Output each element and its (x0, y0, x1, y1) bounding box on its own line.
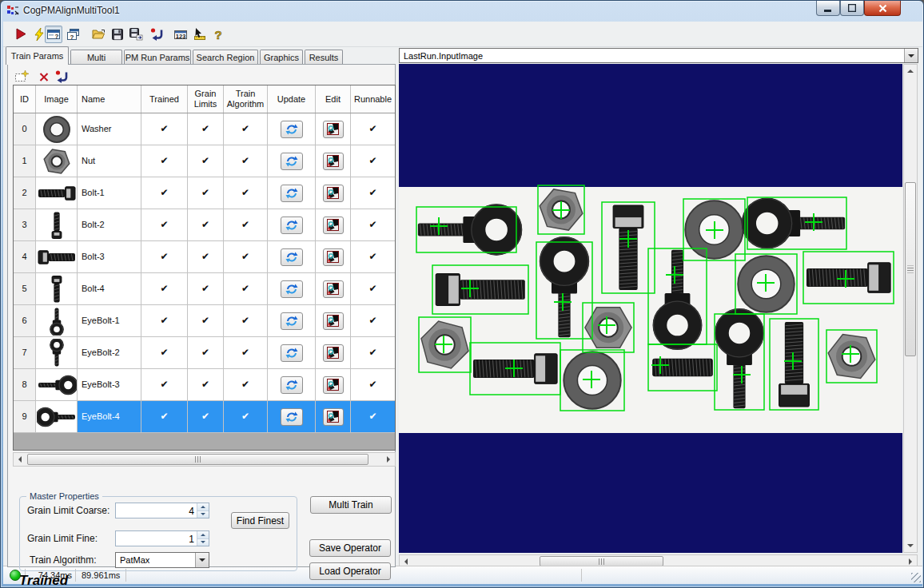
cell-id: 6 (14, 305, 36, 336)
edit-pattern-button[interactable] (323, 248, 344, 266)
table-row-bolt-4[interactable]: 5Bolt-4✔✔✔✔ (14, 273, 395, 305)
combo-dropdown-button[interactable] (195, 553, 209, 567)
tab-results[interactable]: Results (305, 50, 343, 65)
run-icon[interactable] (12, 26, 30, 43)
update-button[interactable] (281, 376, 303, 394)
table-row-eyebolt-1[interactable]: 6EyeBolt-1✔✔✔✔ (14, 305, 395, 337)
spin-up-button[interactable] (197, 503, 209, 511)
edit-pattern-button[interactable] (323, 408, 344, 426)
edit-pattern-button[interactable] (323, 217, 344, 234)
cell-grain-limits: ✔ (188, 369, 224, 400)
table-row-bolt-1[interactable]: 2Bolt-1✔✔✔✔ (14, 177, 395, 209)
tab-search-region[interactable]: Search Region (193, 50, 258, 65)
cell-edit (316, 145, 351, 177)
tab-pm-run-params[interactable]: PM Run Params (124, 50, 191, 65)
tab-graphics[interactable]: Graphics (260, 50, 303, 65)
multi-train-button[interactable]: Multi Train (310, 496, 392, 514)
table-row-eyebolt-2[interactable]: 7EyeBolt-2✔✔✔✔ (14, 337, 395, 369)
cell-runnable: ✔ (351, 337, 396, 368)
image-display-viewport[interactable] (399, 64, 902, 553)
cell-train-algorithm: ✔ (224, 241, 268, 272)
save-as-icon[interactable] (127, 26, 145, 43)
update-button[interactable] (281, 312, 303, 330)
scroll-right-arrow[interactable] (382, 453, 395, 466)
open-icon[interactable] (90, 26, 107, 43)
find-finest-button[interactable]: Find Finest (231, 512, 289, 529)
table-row-bolt-3[interactable]: 4Bolt-3✔✔✔✔ (14, 241, 395, 273)
load-operator-button[interactable]: Load Operator (309, 562, 391, 580)
spin-down-button[interactable] (197, 539, 209, 546)
spin-down-button[interactable] (197, 511, 209, 518)
cell-update (268, 113, 316, 145)
grain-limit-fine-spinner[interactable]: 1 (115, 530, 209, 546)
show-image-display-icon[interactable]: ? (45, 26, 62, 43)
update-button[interactable] (281, 408, 303, 426)
display-record-selector[interactable]: LastRun.InputImage (399, 48, 918, 63)
inspection-image (399, 64, 902, 553)
update-button[interactable] (281, 185, 303, 202)
edit-pattern-button[interactable] (323, 153, 344, 170)
cell-trained: ✔ (141, 113, 188, 145)
update-button[interactable] (281, 344, 303, 362)
cell-runnable: ✔ (351, 401, 396, 432)
update-button[interactable] (281, 280, 303, 298)
update-button[interactable] (281, 217, 303, 234)
cell-pattern-image (36, 145, 78, 177)
tab-train-params[interactable]: Train Params (6, 46, 69, 65)
scroll-left-arrow[interactable] (14, 453, 26, 466)
minimize-button[interactable] (816, 1, 840, 16)
update-button[interactable] (281, 153, 303, 170)
column-header-edit: Edit (316, 85, 351, 113)
save-operator-button[interactable]: Save Operator (309, 539, 391, 557)
image-vertical-scrollbar[interactable] (903, 64, 918, 553)
train-algorithm-combo[interactable]: PatMax (115, 552, 209, 568)
help-icon[interactable]: ? (209, 26, 227, 43)
cell-trained: ✔ (141, 305, 188, 336)
scroll-down-arrow[interactable] (904, 539, 917, 552)
train-algorithm-value: PatMax (116, 553, 195, 567)
reset-icon[interactable] (148, 26, 165, 43)
table-row-eyebolt-3[interactable]: 8EyeBolt-3✔✔✔✔ (14, 369, 395, 401)
edit-pattern-button[interactable] (323, 280, 344, 298)
cell-id: 2 (14, 177, 36, 209)
scroll-thumb[interactable] (905, 182, 916, 356)
cell-name: Nut (78, 145, 141, 177)
cell-edit (316, 401, 351, 432)
coordinates-icon[interactable] (190, 26, 208, 43)
scroll-thumb[interactable] (27, 454, 368, 465)
edit-pattern-button[interactable] (323, 344, 344, 362)
reset-patterns-icon[interactable] (54, 70, 69, 84)
spin-up-button[interactable] (197, 531, 209, 539)
grain-limit-coarse-value[interactable]: 4 (116, 503, 197, 518)
combo-dropdown-button[interactable] (904, 49, 918, 62)
table-horizontal-scrollbar[interactable] (13, 452, 396, 467)
table-row-bolt-2[interactable]: 3Bolt-2✔✔✔✔ (14, 209, 395, 241)
table-row-eyebolt-4[interactable]: 9EyeBolt-4✔✔✔✔ (14, 401, 395, 433)
svg-text:123: 123 (176, 33, 186, 40)
edit-pattern-button[interactable] (323, 312, 344, 330)
resize-grip[interactable] (911, 573, 921, 582)
edit-pattern-button[interactable] (323, 185, 344, 202)
floating-image-display-icon[interactable]: ? (64, 26, 82, 43)
table-row-nut[interactable]: 1Nut✔✔✔✔ (14, 145, 395, 177)
scroll-up-arrow[interactable] (904, 65, 917, 77)
cell-grain-limits: ✔ (188, 177, 224, 209)
title-bar[interactable]: CogPMAlignMultiTool1 (1, 1, 923, 22)
add-pattern-icon[interactable] (14, 70, 29, 84)
update-button[interactable] (281, 121, 303, 138)
table-header-row: IDImageNameTrainedGrain LimitsTrain Algo… (14, 85, 395, 113)
cell-grain-limits: ✔ (188, 337, 224, 368)
update-button[interactable] (281, 248, 303, 266)
delete-pattern-icon[interactable] (37, 70, 51, 84)
record-id-icon[interactable]: 123 (172, 26, 189, 43)
save-icon[interactable] (109, 26, 126, 43)
close-button[interactable] (864, 1, 901, 16)
edit-pattern-button[interactable] (323, 121, 344, 138)
tab-multi-params[interactable]: Multi Params (70, 50, 122, 65)
grain-limit-coarse-spinner[interactable]: 4 (115, 503, 209, 518)
table-row-washer[interactable]: 0Washer✔✔✔✔ (14, 113, 395, 145)
grain-limit-fine-value[interactable]: 1 (116, 531, 197, 546)
cell-pattern-image (36, 369, 78, 400)
maximize-button[interactable] (840, 1, 864, 16)
edit-pattern-button[interactable] (323, 376, 344, 394)
